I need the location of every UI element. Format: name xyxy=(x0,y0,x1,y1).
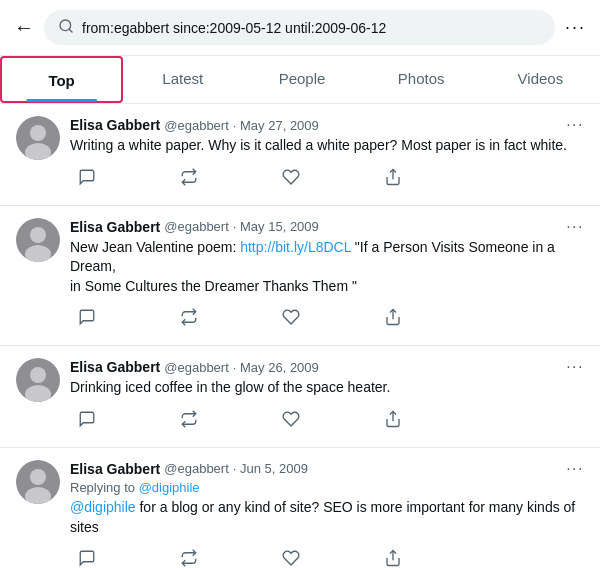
svg-line-1 xyxy=(69,29,72,32)
tweet-handle: @egabbert xyxy=(164,219,229,234)
tab-videos[interactable]: Videos xyxy=(481,56,600,103)
tweet-author-name: Elisa Gabbert xyxy=(70,117,160,133)
tweet-content: New Jean Valentine poem: http://bit.ly/L… xyxy=(70,238,584,297)
retweet-button[interactable] xyxy=(172,164,206,193)
tweet-body: Elisa Gabbert @egabbert · May 15, 2009 ·… xyxy=(70,218,584,334)
reply-icon xyxy=(78,308,96,329)
retweet-button[interactable] xyxy=(172,304,206,333)
svg-point-3 xyxy=(30,125,46,141)
tweet-actions xyxy=(70,304,410,333)
tab-people[interactable]: People xyxy=(242,56,361,103)
reply-button[interactable] xyxy=(70,406,104,435)
svg-point-11 xyxy=(30,367,46,383)
retweet-icon xyxy=(180,410,198,431)
tweet-date: · May 15, 2009 xyxy=(233,219,319,234)
avatar[interactable] xyxy=(16,218,60,262)
like-button[interactable] xyxy=(274,545,308,568)
tweet-actions xyxy=(70,164,410,193)
search-icon xyxy=(58,18,74,37)
like-icon xyxy=(282,410,300,431)
tab-bar: Top Latest People Photos Videos xyxy=(0,56,600,104)
share-button[interactable] xyxy=(376,406,410,435)
reply-to-handle[interactable]: @digiphile xyxy=(139,480,200,495)
search-bar[interactable]: from:egabbert since:2009-05-12 until:200… xyxy=(44,10,555,45)
tab-top[interactable]: Top xyxy=(0,56,123,103)
reply-button[interactable] xyxy=(70,164,104,193)
tweet-list: Elisa Gabbert @egabbert · May 27, 2009 ·… xyxy=(0,104,600,568)
reply-to-label: Replying to @digiphile xyxy=(70,480,584,495)
svg-point-15 xyxy=(30,469,46,485)
share-icon xyxy=(384,549,402,568)
tweet-date: · Jun 5, 2009 xyxy=(233,461,308,476)
like-icon xyxy=(282,168,300,189)
tweet-handle: @egabbert xyxy=(164,360,229,375)
tweet-author-name: Elisa Gabbert xyxy=(70,219,160,235)
tweet-body: Elisa Gabbert @egabbert · May 26, 2009 ·… xyxy=(70,358,584,435)
reply-icon xyxy=(78,410,96,431)
tweet-more-button[interactable]: ··· xyxy=(566,460,584,478)
retweet-button[interactable] xyxy=(172,545,206,568)
tweet-item: Elisa Gabbert @egabbert · May 27, 2009 ·… xyxy=(0,104,600,206)
tweet-more-button[interactable]: ··· xyxy=(566,358,584,376)
tweet-content: @digiphile for a blog or any kind of sit… xyxy=(70,498,584,537)
share-icon xyxy=(384,308,402,329)
tweet-actions xyxy=(70,545,410,568)
like-button[interactable] xyxy=(274,304,308,333)
like-icon xyxy=(282,308,300,329)
tweet-handle: @egabbert xyxy=(164,118,229,133)
tweet-author-name: Elisa Gabbert xyxy=(70,461,160,477)
avatar[interactable] xyxy=(16,116,60,160)
header-more-button[interactable]: ··· xyxy=(565,17,586,38)
tweet-date: · May 26, 2009 xyxy=(233,360,319,375)
reply-icon xyxy=(78,168,96,189)
share-icon xyxy=(384,168,402,189)
reply-button[interactable] xyxy=(70,304,104,333)
tweet-content: Drinking iced coffee in the glow of the … xyxy=(70,378,584,398)
tweet-body: Elisa Gabbert @egabbert · Jun 5, 2009 ··… xyxy=(70,460,584,568)
tab-photos[interactable]: Photos xyxy=(362,56,481,103)
share-button[interactable] xyxy=(376,304,410,333)
reply-icon xyxy=(78,549,96,568)
tweet-content: Writing a white paper. Why is it called … xyxy=(70,136,584,156)
tweet-body: Elisa Gabbert @egabbert · May 27, 2009 ·… xyxy=(70,116,584,193)
reply-button[interactable] xyxy=(70,545,104,568)
like-icon xyxy=(282,549,300,568)
search-header: ← from:egabbert since:2009-05-12 until:2… xyxy=(0,0,600,56)
retweet-icon xyxy=(180,308,198,329)
avatar[interactable] xyxy=(16,460,60,504)
avatar[interactable] xyxy=(16,358,60,402)
retweet-icon xyxy=(180,549,198,568)
back-button[interactable]: ← xyxy=(14,16,34,39)
tweet-author-name: Elisa Gabbert xyxy=(70,359,160,375)
mention-link[interactable]: @digiphile xyxy=(70,499,136,515)
share-button[interactable] xyxy=(376,164,410,193)
like-button[interactable] xyxy=(274,164,308,193)
tweet-handle: @egabbert xyxy=(164,461,229,476)
retweet-icon xyxy=(180,168,198,189)
share-icon xyxy=(384,410,402,431)
tweet-item: Elisa Gabbert @egabbert · Jun 5, 2009 ··… xyxy=(0,448,600,568)
tab-latest[interactable]: Latest xyxy=(123,56,242,103)
tweet-item: Elisa Gabbert @egabbert · May 26, 2009 ·… xyxy=(0,346,600,448)
tweet-link[interactable]: http://bit.ly/L8DCL xyxy=(240,239,351,255)
svg-point-7 xyxy=(30,227,46,243)
retweet-button[interactable] xyxy=(172,406,206,435)
tweet-date: · May 27, 2009 xyxy=(233,118,319,133)
like-button[interactable] xyxy=(274,406,308,435)
tweet-actions xyxy=(70,406,410,435)
share-button[interactable] xyxy=(376,545,410,568)
tweet-item: Elisa Gabbert @egabbert · May 15, 2009 ·… xyxy=(0,206,600,347)
tweet-more-button[interactable]: ··· xyxy=(566,116,584,134)
tweet-more-button[interactable]: ··· xyxy=(566,218,584,236)
search-query: from:egabbert since:2009-05-12 until:200… xyxy=(82,20,386,36)
